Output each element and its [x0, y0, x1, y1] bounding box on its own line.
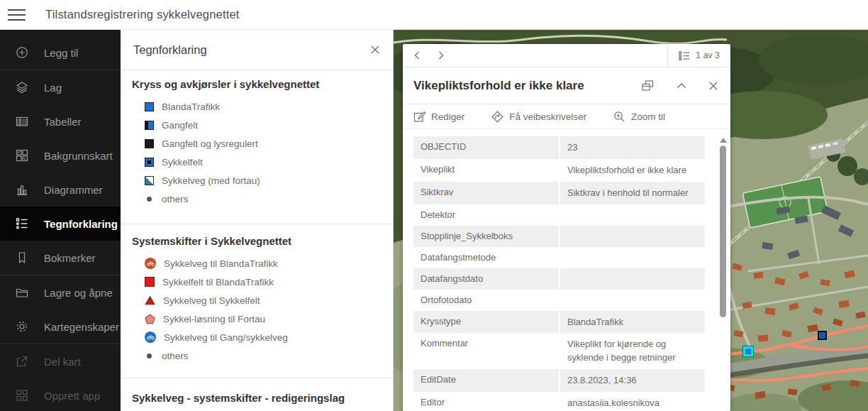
black-blue-split-square-swatch: [145, 121, 154, 130]
sidebar-item-lag[interactable]: Lag: [0, 70, 121, 104]
legend-entry: Gangfelt og lysregulert: [121, 134, 393, 153]
layers-icon: [15, 80, 29, 94]
sidebar-item-diagrammer[interactable]: Diagrammer: [0, 172, 121, 207]
legend-title: Tegnforklaring: [133, 43, 207, 57]
legend-section-heading: Kryss og avkjørsler i sykkelvegnettet: [132, 77, 393, 92]
dock-icon[interactable]: [641, 80, 655, 92]
sidebar-item-del-kart[interactable]: Del kart: [0, 344, 121, 378]
folder-icon: [15, 285, 29, 300]
pagination-text: 1 av 3: [696, 50, 720, 60]
close-icon[interactable]: [370, 45, 380, 55]
pink-pentagon-swatch: [145, 314, 155, 324]
collapse-icon[interactable]: [677, 82, 686, 89]
blue-square-swatch: [145, 102, 154, 111]
sidebar: Legg til Lag Tabeller Bakgrunnskart Diag…: [0, 30, 121, 411]
feature-marker[interactable]: [818, 331, 827, 340]
bookmark-icon: [15, 251, 29, 265]
table-row: Datafangstmetode: [413, 247, 705, 268]
legend-entry: others: [121, 190, 393, 208]
blue-circle-bike-swatch: [145, 331, 156, 343]
table-row: Ortofotodato: [413, 290, 705, 311]
popup-title: Vikepliktsforhold er ikke klare: [413, 79, 584, 93]
table-row: Editoranastasiia.kolesnikova: [413, 392, 705, 411]
sidebar-item-opprett-app[interactable]: Opprett app: [0, 378, 121, 411]
popup-body: OBJECTID23 VikepliktVikepliktsforhold er…: [403, 129, 730, 411]
legend-entry: Sykkelveg (med fortau): [121, 171, 393, 190]
directions-icon: [491, 111, 503, 123]
sidebar-item-legg-til[interactable]: Legg til: [0, 35, 121, 70]
table-row: EditDate23.8.2023, 14:36: [413, 369, 705, 392]
chevron-left-icon[interactable]: [406, 48, 429, 63]
sidebar-item-lagre-og-apne[interactable]: Lagre og åpne: [0, 275, 121, 309]
table-row: KommentarVikeplikt for kjørende og sykle…: [413, 333, 705, 369]
legend-entry: Sykkel-løsning til Fortau: [121, 309, 393, 328]
app-title: Tilstandsregistrering sykkelvegnettet: [45, 8, 240, 21]
red-circle-bike-swatch: [145, 258, 156, 269]
red-square-swatch: [145, 277, 155, 287]
sidebar-item-tabeller[interactable]: Tabeller: [0, 104, 121, 138]
table-row: VikepliktVikepliktsforhold er ikke klare: [413, 159, 705, 182]
legend-section-items: BlandaTrafikk Gangfelt Gangfelt og lysre…: [121, 97, 393, 208]
legend-divider: [121, 378, 393, 378]
gray-dot-swatch: [145, 351, 154, 361]
legend-entry: Sykkelfelt til BlandaTrafikk: [121, 273, 393, 291]
red-triangle-swatch: [145, 295, 155, 305]
sidebar-item-tegnforklaring[interactable]: Tegnforklaring: [0, 207, 121, 241]
share-icon: [15, 354, 29, 368]
sidebar-item-bokmerker[interactable]: Bokmerker: [0, 241, 121, 275]
table-row: KrysstypeBlandaTrafikk: [413, 311, 705, 334]
sidebar-item-kartegenskaper[interactable]: Kartegenskaper: [0, 309, 121, 344]
table-row: OBJECTID23: [413, 136, 705, 159]
popup-scrollbar[interactable]: [719, 138, 727, 405]
legend-entry: Sykkelveg til Sykkelfelt: [121, 291, 393, 309]
feature-popup: 1 av 3 Vikepliktsforhold er ikke klare R: [403, 44, 730, 411]
legend-section-heading: Systemskifter i Sykkelvegnettet: [132, 234, 393, 248]
scroll-up-icon[interactable]: [720, 138, 727, 143]
feature-list-icon: [679, 50, 690, 61]
legend-entry: Sykkelfelt: [121, 153, 393, 171]
charts-icon: [15, 182, 29, 197]
sidebar-item-bakgrunnskart[interactable]: Bakgrunnskart: [0, 138, 121, 172]
chevron-right-icon[interactable]: [429, 48, 452, 63]
diagonal-blue-white-square-swatch: [145, 176, 154, 185]
black-square-swatch: [145, 139, 154, 148]
edit-icon: [413, 111, 425, 123]
tables-icon: [15, 114, 29, 128]
legend-entry: Sykkelveg til Gang/sykkelveg: [121, 328, 393, 346]
legend-panel: Tegnforklaring Kryss og avkjørsler i syk…: [121, 30, 394, 411]
legend-icon: [15, 217, 29, 231]
zoom-to-button[interactable]: Zoom til: [613, 111, 665, 123]
table-row: Datafangstdato: [413, 268, 705, 290]
edit-button[interactable]: Rediger: [413, 111, 464, 123]
gray-dot-swatch: [145, 194, 154, 204]
legend-entry: Sykkelveg til BlandaTrafikk: [121, 254, 393, 273]
scrollbar-thumb[interactable]: [720, 146, 726, 317]
popup-nav-bar: 1 av 3: [403, 44, 730, 67]
legend-entry: BlandaTrafikk: [121, 97, 393, 116]
add-icon: [15, 45, 29, 60]
close-icon[interactable]: [708, 81, 718, 91]
attribute-table: OBJECTID23 VikepliktVikepliktsforhold er…: [413, 136, 705, 411]
app-header: Tilstandsregistrering sykkelvegnettet: [0, 0, 868, 30]
gear-icon: [15, 319, 29, 334]
popup-title-row: Vikepliktsforhold er ikke klare: [403, 67, 730, 104]
zoom-to-icon: [613, 111, 625, 123]
popup-toolbar: Rediger Få veibeskrivelser Zoom til: [403, 104, 730, 129]
directions-button[interactable]: Få veibeskrivelser: [491, 111, 586, 123]
table-row: Detektor: [413, 204, 705, 226]
legend-section-items: Sykkelveg til BlandaTrafikk Sykkelfelt t…: [121, 254, 393, 365]
hamburger-icon[interactable]: [0, 0, 33, 30]
legend-entry: others: [121, 346, 393, 365]
legend-header: Tegnforklaring: [121, 30, 393, 70]
table-row: Stopplinje_Sykkelboks: [413, 226, 705, 247]
feature-pagination[interactable]: 1 av 3: [667, 44, 730, 67]
legend-section-heading: Sykkelveg - systemskifter - redigeringsl…: [132, 391, 393, 405]
blue-square-center-dot-swatch: [145, 158, 154, 167]
basemap-icon: [15, 148, 29, 163]
table-row: SiktkravSiktkrav i henhold til normaler: [413, 182, 705, 204]
legend-divider: [121, 224, 393, 224]
apps-icon: [15, 388, 29, 402]
app-window: Tilstandsregistrering sykkelvegnettet Le…: [0, 0, 868, 411]
legend-entry: Gangfelt: [121, 116, 393, 134]
selected-feature-marker[interactable]: [743, 346, 753, 356]
